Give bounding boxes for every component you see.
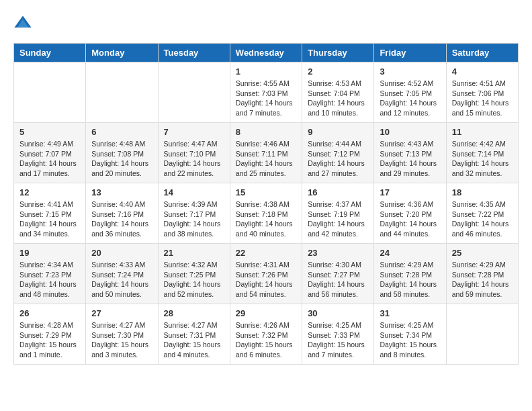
calendar-cell: 30Sunrise: 4:25 AM Sunset: 7:33 PM Dayli…: [302, 304, 374, 365]
cell-content: Sunrise: 4:42 AM Sunset: 7:14 PM Dayligh…: [452, 139, 513, 179]
day-number: 28: [164, 308, 224, 318]
day-number: 24: [380, 248, 440, 258]
calendar-cell: 16Sunrise: 4:37 AM Sunset: 7:19 PM Dayli…: [302, 183, 374, 244]
calendar-cell: 13Sunrise: 4:40 AM Sunset: 7:16 PM Dayli…: [86, 183, 158, 244]
cell-content: Sunrise: 4:55 AM Sunset: 7:03 PM Dayligh…: [236, 79, 296, 118]
cell-content: Sunrise: 4:38 AM Sunset: 7:18 PM Dayligh…: [236, 199, 296, 239]
calendar-cell: 22Sunrise: 4:31 AM Sunset: 7:26 PM Dayli…: [230, 244, 302, 304]
calendar-cell: 23Sunrise: 4:30 AM Sunset: 7:27 PM Dayli…: [302, 244, 374, 304]
cell-content: Sunrise: 4:27 AM Sunset: 7:31 PM Dayligh…: [164, 320, 224, 360]
day-number: 17: [380, 187, 440, 197]
calendar-cell: 17Sunrise: 4:36 AM Sunset: 7:20 PM Dayli…: [374, 183, 446, 244]
day-number: 16: [308, 187, 368, 197]
day-number: 26: [19, 308, 80, 318]
weekday-header-friday: Friday: [374, 44, 446, 62]
day-number: 20: [91, 248, 152, 258]
calendar-cell: 20Sunrise: 4:33 AM Sunset: 7:24 PM Dayli…: [86, 244, 158, 304]
day-number: 18: [452, 187, 513, 197]
cell-content: Sunrise: 4:47 AM Sunset: 7:10 PM Dayligh…: [164, 139, 224, 179]
calendar-cell: 12Sunrise: 4:41 AM Sunset: 7:15 PM Dayli…: [14, 183, 86, 244]
day-number: 23: [308, 248, 368, 258]
weekday-header-row: SundayMondayTuesdayWednesdayThursdayFrid…: [14, 44, 519, 62]
day-number: 11: [452, 127, 513, 137]
calendar-cell: [86, 62, 158, 123]
weekday-header-saturday: Saturday: [446, 44, 518, 62]
calendar-cell: 9Sunrise: 4:44 AM Sunset: 7:12 PM Daylig…: [302, 123, 374, 183]
calendar-cell: 14Sunrise: 4:39 AM Sunset: 7:17 PM Dayli…: [158, 183, 230, 244]
day-number: 7: [164, 127, 224, 137]
cell-content: Sunrise: 4:43 AM Sunset: 7:13 PM Dayligh…: [380, 139, 440, 179]
calendar-cell: 15Sunrise: 4:38 AM Sunset: 7:18 PM Dayli…: [230, 183, 302, 244]
calendar-cell: [14, 62, 86, 123]
calendar-cell: 4Sunrise: 4:51 AM Sunset: 7:06 PM Daylig…: [446, 62, 518, 123]
cell-content: Sunrise: 4:32 AM Sunset: 7:25 PM Dayligh…: [164, 260, 224, 300]
cell-content: Sunrise: 4:40 AM Sunset: 7:16 PM Dayligh…: [91, 199, 152, 239]
calendar-cell: 3Sunrise: 4:52 AM Sunset: 7:05 PM Daylig…: [374, 62, 446, 123]
calendar-cell: 7Sunrise: 4:47 AM Sunset: 7:10 PM Daylig…: [158, 123, 230, 183]
calendar-cell: 10Sunrise: 4:43 AM Sunset: 7:13 PM Dayli…: [374, 123, 446, 183]
day-number: 27: [91, 308, 152, 318]
calendar-cell: 24Sunrise: 4:29 AM Sunset: 7:28 PM Dayli…: [374, 244, 446, 304]
calendar-cell: 29Sunrise: 4:26 AM Sunset: 7:32 PM Dayli…: [230, 304, 302, 365]
cell-content: Sunrise: 4:34 AM Sunset: 7:23 PM Dayligh…: [19, 260, 80, 300]
calendar-cell: [158, 62, 230, 123]
day-number: 6: [91, 127, 152, 137]
weekday-header-tuesday: Tuesday: [158, 44, 230, 62]
cell-content: Sunrise: 4:36 AM Sunset: 7:20 PM Dayligh…: [380, 199, 440, 239]
day-number: 12: [19, 187, 80, 197]
calendar-week-row: 19Sunrise: 4:34 AM Sunset: 7:23 PM Dayli…: [14, 244, 519, 304]
calendar-week-row: 26Sunrise: 4:28 AM Sunset: 7:29 PM Dayli…: [14, 304, 519, 365]
cell-content: Sunrise: 4:26 AM Sunset: 7:32 PM Dayligh…: [236, 320, 296, 360]
cell-content: Sunrise: 4:49 AM Sunset: 7:07 PM Dayligh…: [19, 139, 80, 179]
day-number: 31: [380, 308, 440, 318]
page-header: [13, 13, 519, 32]
weekday-header-monday: Monday: [86, 44, 158, 62]
cell-content: Sunrise: 4:25 AM Sunset: 7:34 PM Dayligh…: [380, 320, 440, 360]
day-number: 30: [308, 308, 368, 318]
calendar-week-row: 5Sunrise: 4:49 AM Sunset: 7:07 PM Daylig…: [14, 123, 519, 183]
cell-content: Sunrise: 4:29 AM Sunset: 7:28 PM Dayligh…: [452, 260, 513, 300]
day-number: 14: [164, 187, 224, 197]
cell-content: Sunrise: 4:33 AM Sunset: 7:24 PM Dayligh…: [91, 260, 152, 300]
calendar-cell: 26Sunrise: 4:28 AM Sunset: 7:29 PM Dayli…: [14, 304, 86, 365]
cell-content: Sunrise: 4:48 AM Sunset: 7:08 PM Dayligh…: [91, 139, 152, 179]
cell-content: Sunrise: 4:52 AM Sunset: 7:05 PM Dayligh…: [380, 79, 440, 118]
day-number: 5: [19, 127, 80, 137]
day-number: 4: [452, 66, 513, 77]
cell-content: Sunrise: 4:53 AM Sunset: 7:04 PM Dayligh…: [308, 79, 368, 118]
day-number: 25: [452, 248, 513, 258]
day-number: 8: [236, 127, 296, 137]
day-number: 9: [308, 127, 368, 137]
calendar-cell: 31Sunrise: 4:25 AM Sunset: 7:34 PM Dayli…: [374, 304, 446, 365]
cell-content: Sunrise: 4:51 AM Sunset: 7:06 PM Dayligh…: [452, 79, 513, 118]
day-number: 1: [236, 66, 296, 77]
cell-content: Sunrise: 4:25 AM Sunset: 7:33 PM Dayligh…: [308, 320, 368, 360]
cell-content: Sunrise: 4:41 AM Sunset: 7:15 PM Dayligh…: [19, 199, 80, 239]
day-number: 3: [380, 66, 440, 77]
calendar-cell: 11Sunrise: 4:42 AM Sunset: 7:14 PM Dayli…: [446, 123, 518, 183]
cell-content: Sunrise: 4:28 AM Sunset: 7:29 PM Dayligh…: [19, 320, 80, 360]
day-number: 29: [236, 308, 296, 318]
calendar-cell: [446, 304, 518, 365]
calendar-cell: 6Sunrise: 4:48 AM Sunset: 7:08 PM Daylig…: [86, 123, 158, 183]
calendar-cell: 1Sunrise: 4:55 AM Sunset: 7:03 PM Daylig…: [230, 62, 302, 123]
cell-content: Sunrise: 4:44 AM Sunset: 7:12 PM Dayligh…: [308, 139, 368, 179]
calendar-week-row: 1Sunrise: 4:55 AM Sunset: 7:03 PM Daylig…: [14, 62, 519, 123]
cell-content: Sunrise: 4:37 AM Sunset: 7:19 PM Dayligh…: [308, 199, 368, 239]
cell-content: Sunrise: 4:39 AM Sunset: 7:17 PM Dayligh…: [164, 199, 224, 239]
weekday-header-wednesday: Wednesday: [230, 44, 302, 62]
calendar-cell: 21Sunrise: 4:32 AM Sunset: 7:25 PM Dayli…: [158, 244, 230, 304]
weekday-header-sunday: Sunday: [14, 44, 86, 62]
calendar-week-row: 12Sunrise: 4:41 AM Sunset: 7:15 PM Dayli…: [14, 183, 519, 244]
cell-content: Sunrise: 4:30 AM Sunset: 7:27 PM Dayligh…: [308, 260, 368, 300]
calendar-cell: 5Sunrise: 4:49 AM Sunset: 7:07 PM Daylig…: [14, 123, 86, 183]
calendar-cell: 27Sunrise: 4:27 AM Sunset: 7:30 PM Dayli…: [86, 304, 158, 365]
day-number: 21: [164, 248, 224, 258]
day-number: 2: [308, 66, 368, 77]
cell-content: Sunrise: 4:27 AM Sunset: 7:30 PM Dayligh…: [91, 320, 152, 360]
day-number: 15: [236, 187, 296, 197]
day-number: 13: [91, 187, 152, 197]
calendar-cell: 18Sunrise: 4:35 AM Sunset: 7:22 PM Dayli…: [446, 183, 518, 244]
calendar-cell: 25Sunrise: 4:29 AM Sunset: 7:28 PM Dayli…: [446, 244, 518, 304]
cell-content: Sunrise: 4:29 AM Sunset: 7:28 PM Dayligh…: [380, 260, 440, 300]
